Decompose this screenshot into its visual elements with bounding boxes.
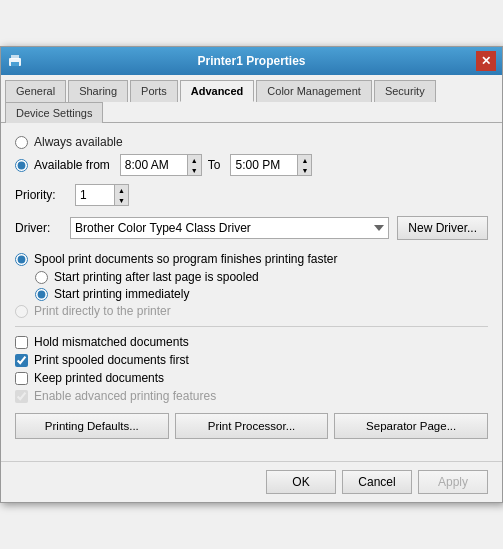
priority-up[interactable]: ▲ (115, 185, 128, 195)
tab-bar: General Sharing Ports Advanced Color Man… (1, 75, 502, 123)
keep-label: Keep printed documents (34, 371, 164, 385)
spool-immediately-row: Start printing immediately (35, 287, 488, 301)
direct-radio[interactable] (15, 305, 28, 318)
print-spooled-row: Print spooled documents first (15, 353, 488, 367)
priority-row: Priority: ▲ ▼ (15, 184, 488, 206)
apply-button[interactable]: Apply (418, 470, 488, 494)
available-from-label: Available from (34, 158, 110, 172)
tab-device-settings[interactable]: Device Settings (5, 102, 103, 123)
spool-radio[interactable] (15, 253, 28, 266)
driver-row: Driver: Brother Color Type4 Class Driver… (15, 216, 488, 240)
spool-main-row: Spool print documents so program finishe… (15, 252, 488, 266)
from-time-input[interactable] (120, 154, 188, 176)
to-label: To (208, 158, 221, 172)
svg-rect-2 (11, 62, 19, 66)
after-last-label: Start printing after last page is spoole… (54, 270, 259, 284)
print-spooled-label: Print spooled documents first (34, 353, 189, 367)
hold-mismatched-row: Hold mismatched documents (15, 335, 488, 349)
driver-select[interactable]: Brother Color Type4 Class Driver (70, 217, 389, 239)
enable-advanced-checkbox[interactable] (15, 390, 28, 403)
tab-content: Always available Available from ▲ ▼ To ▲ (1, 123, 502, 461)
to-time-up[interactable]: ▲ (298, 155, 311, 165)
priority-down[interactable]: ▼ (115, 195, 128, 205)
to-time-down[interactable]: ▼ (298, 165, 311, 175)
ok-button[interactable]: OK (266, 470, 336, 494)
enable-advanced-row: Enable advanced printing features (15, 389, 488, 403)
dialog-buttons: OK Cancel Apply (1, 461, 502, 502)
after-last-radio[interactable] (35, 271, 48, 284)
tab-security[interactable]: Security (374, 80, 436, 102)
priority-input[interactable] (75, 184, 115, 206)
tab-sharing[interactable]: Sharing (68, 80, 128, 102)
from-time-down[interactable]: ▼ (188, 165, 201, 175)
separator-page-button[interactable]: Separator Page... (334, 413, 488, 439)
always-available-radio[interactable] (15, 136, 28, 149)
to-time-spinner: ▲ ▼ (298, 154, 312, 176)
window-title: Printer1 Properties (27, 54, 476, 68)
tab-color-management[interactable]: Color Management (256, 80, 372, 102)
keep-checkbox[interactable] (15, 372, 28, 385)
keep-printed-row: Keep printed documents (15, 371, 488, 385)
checkbox-group: Hold mismatched documents Print spooled … (15, 335, 488, 403)
spool-label: Spool print documents so program finishe… (34, 252, 338, 266)
tab-advanced[interactable]: Advanced (180, 80, 255, 102)
printing-defaults-button[interactable]: Printing Defaults... (15, 413, 169, 439)
hold-checkbox[interactable] (15, 336, 28, 349)
always-available-row: Always available (15, 135, 488, 149)
new-driver-button[interactable]: New Driver... (397, 216, 488, 240)
priority-label: Priority: (15, 188, 65, 202)
svg-rect-1 (11, 55, 19, 59)
hold-label: Hold mismatched documents (34, 335, 189, 349)
immediately-label: Start printing immediately (54, 287, 189, 301)
spool-after-last-row: Start printing after last page is spoole… (35, 270, 488, 284)
priority-spinner: ▲ ▼ (115, 184, 129, 206)
printer-properties-dialog: Printer1 Properties ✕ General Sharing Po… (0, 46, 503, 503)
tab-general[interactable]: General (5, 80, 66, 102)
from-time-up[interactable]: ▲ (188, 155, 201, 165)
to-time-input[interactable] (230, 154, 298, 176)
close-button[interactable]: ✕ (476, 51, 496, 71)
enable-advanced-label: Enable advanced printing features (34, 389, 216, 403)
priority-input-group: ▲ ▼ (75, 184, 129, 206)
title-bar: Printer1 Properties ✕ (1, 47, 502, 75)
section-divider (15, 326, 488, 327)
spool-section: Spool print documents so program finishe… (15, 252, 488, 318)
availability-group: Always available Available from ▲ ▼ To ▲ (15, 135, 488, 176)
direct-label: Print directly to the printer (34, 304, 171, 318)
from-time-group: ▲ ▼ (120, 154, 202, 176)
driver-label: Driver: (15, 221, 60, 235)
available-from-row: Available from ▲ ▼ To ▲ ▼ (15, 154, 488, 176)
direct-print-row: Print directly to the printer (15, 304, 488, 318)
print-spooled-checkbox[interactable] (15, 354, 28, 367)
tab-ports[interactable]: Ports (130, 80, 178, 102)
action-buttons: Printing Defaults... Print Processor... … (15, 413, 488, 439)
immediately-radio[interactable] (35, 288, 48, 301)
from-time-spinner: ▲ ▼ (188, 154, 202, 176)
cancel-button[interactable]: Cancel (342, 470, 412, 494)
to-time-group: ▲ ▼ (230, 154, 312, 176)
print-processor-button[interactable]: Print Processor... (175, 413, 329, 439)
always-available-label: Always available (34, 135, 123, 149)
available-from-radio[interactable] (15, 159, 28, 172)
printer-icon (7, 53, 23, 69)
